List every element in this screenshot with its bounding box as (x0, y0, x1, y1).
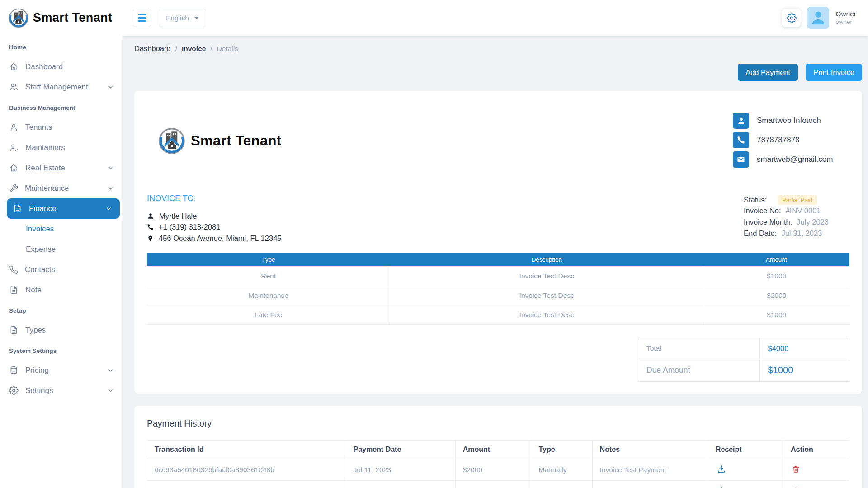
column-header-receipt: Receipt (708, 441, 783, 459)
download-icon (717, 465, 726, 474)
sidebar-subitem-invoices[interactable]: Invoices (0, 219, 122, 239)
download-receipt-button[interactable] (716, 464, 727, 475)
nav-section-home: Home (0, 37, 122, 56)
person-icon (147, 212, 154, 220)
customer-name-row: Myrtle Hale (147, 211, 282, 222)
sidebar-item-tenants[interactable]: Tenants (0, 117, 122, 137)
sidebar-item-staff-management[interactable]: Staff Management (0, 77, 122, 97)
chevron-down-icon (107, 387, 114, 394)
invoice-table-header-row: Type Description Amount (147, 253, 849, 267)
sidebar: Smart Tenant Home Dashboard Staff Manage… (0, 0, 122, 488)
payment-header-row: Transaction Id Payment Date Amount Type … (147, 441, 849, 459)
item-type: Maintenance (147, 286, 390, 305)
home-icon (9, 62, 19, 71)
totals-table: Total $4000 Due Amount $1000 (638, 338, 849, 382)
totals-section: Total $4000 Due Amount $1000 (147, 338, 849, 382)
company-email: smartweb@gmail.com (757, 155, 833, 164)
print-invoice-button[interactable]: Print Invoice (806, 64, 862, 81)
due-amount-label: Due Amount (638, 359, 760, 382)
menu-toggle-button[interactable] (133, 9, 151, 27)
sidebar-item-maintainers[interactable]: Maintainers (0, 137, 122, 158)
settings-gear-button[interactable] (782, 9, 801, 27)
item-amount: $1000 (703, 267, 849, 286)
column-header-description: Description (390, 253, 703, 267)
phone-icon (733, 132, 749, 148)
payment-notes: Invoice Test Payment (592, 459, 708, 481)
company-name: Smartweb Infotech (757, 116, 821, 125)
phone-icon (9, 265, 18, 274)
sidebar-item-contacts[interactable]: Contacts (0, 259, 122, 280)
sidebar-nav: Home Dashboard Staff Management Business… (0, 36, 122, 488)
gear-icon (9, 386, 19, 395)
total-value: $4000 (760, 338, 849, 359)
item-description: Invoice Test Desc (390, 305, 703, 325)
sidebar-item-dashboard[interactable]: Dashboard (0, 56, 122, 77)
total-row: Total $4000 (638, 338, 849, 359)
company-name-row: Smartweb Infotech (733, 113, 849, 129)
column-header-type: Type (147, 253, 390, 267)
sidebar-item-types[interactable]: Types (0, 320, 122, 340)
file-text-icon (13, 204, 22, 213)
status-label: Status: (744, 196, 767, 204)
company-email-row: smartweb@gmail.com (733, 151, 849, 168)
company-phone-row: 7878787878 (733, 132, 849, 148)
end-date-line: End Date: Jul 31, 2023 (744, 228, 849, 239)
sidebar-item-maintenance[interactable]: Maintenance (0, 178, 122, 198)
breadcrumb-dashboard[interactable]: Dashboard (134, 44, 171, 53)
app-logo[interactable]: Smart Tenant (0, 0, 122, 36)
invoice-meta-row: INOVICE TO: Myrtle Hale +1 (319) 313-208… (147, 194, 849, 244)
item-amount: $2000 (703, 286, 849, 305)
nav-section-business: Business Management (0, 97, 122, 117)
breadcrumb-details: Details (217, 45, 238, 53)
customer-address: 456 Ocean Avenue, Miami, FL 12345 (159, 234, 282, 243)
transaction-id: 6cc93a540180329bfacf0a890361048b (147, 459, 346, 481)
main-area: English Owner owner Dashboard / Invoice … (122, 0, 868, 488)
invoice-company-logo-text: Smart Tenant (191, 133, 282, 149)
breadcrumb: Dashboard / Invoice / Details (134, 44, 862, 53)
file-text-icon (9, 325, 19, 335)
user-role: owner (835, 19, 856, 26)
breadcrumb-invoice[interactable]: Invoice (182, 45, 206, 53)
add-payment-button[interactable]: Add Payment (738, 64, 798, 81)
delete-payment-button[interactable] (791, 486, 801, 488)
user-avatar[interactable] (807, 7, 829, 29)
smart-tenant-badge-icon (158, 127, 186, 155)
download-icon (717, 486, 726, 488)
item-description: Invoice Test Desc (390, 267, 703, 286)
total-label: Total (638, 338, 760, 359)
invoice-status-block: Status: Partial Paid Invoice No: #INV-00… (744, 194, 849, 239)
column-header-action: Action (783, 441, 849, 459)
payment-amount: $1000 (455, 481, 531, 488)
payment-history-title: Payment History (147, 418, 849, 429)
language-label: English (166, 14, 189, 22)
sidebar-item-real-estate[interactable]: Real Estate (0, 158, 122, 178)
column-header-type: Type (531, 441, 592, 459)
wrench-icon (9, 184, 18, 193)
bill-to-block: INOVICE TO: Myrtle Hale +1 (319) 313-208… (147, 194, 282, 244)
sidebar-item-note[interactable]: Note (0, 280, 122, 300)
sidebar-subitem-expense[interactable]: Expense (0, 239, 122, 259)
table-row: Rent Invoice Test Desc $1000 (147, 267, 849, 286)
invoice-no-value: #INV-0001 (786, 206, 821, 215)
smart-tenant-badge-icon (8, 8, 29, 28)
payment-date: Jul 8, 2023 (346, 481, 455, 488)
language-dropdown[interactable]: English (159, 9, 206, 27)
chevron-down-icon (107, 164, 114, 172)
chevron-down-icon (105, 205, 113, 212)
envelope-icon (733, 151, 749, 168)
page-actions: Add Payment Print Invoice (134, 64, 862, 81)
item-amount: $1000 (703, 305, 849, 325)
map-pin-icon (147, 235, 154, 242)
end-date-label: End Date: (744, 229, 777, 238)
column-header-notes: Notes (592, 441, 708, 459)
column-header-amount: Amount (455, 441, 531, 459)
topbar: English Owner owner (122, 0, 868, 36)
sidebar-item-pricing[interactable]: Pricing (0, 360, 122, 380)
user-icon (9, 122, 19, 132)
table-row: Late Fee Invoice Test Desc $1000 (147, 305, 849, 325)
sidebar-item-settings[interactable]: Settings (0, 380, 122, 401)
invoice-company-logo: Smart Tenant (158, 127, 282, 155)
sidebar-item-finance[interactable]: Finance (7, 198, 120, 219)
download-receipt-button[interactable] (716, 485, 727, 488)
delete-payment-button[interactable] (791, 464, 801, 474)
